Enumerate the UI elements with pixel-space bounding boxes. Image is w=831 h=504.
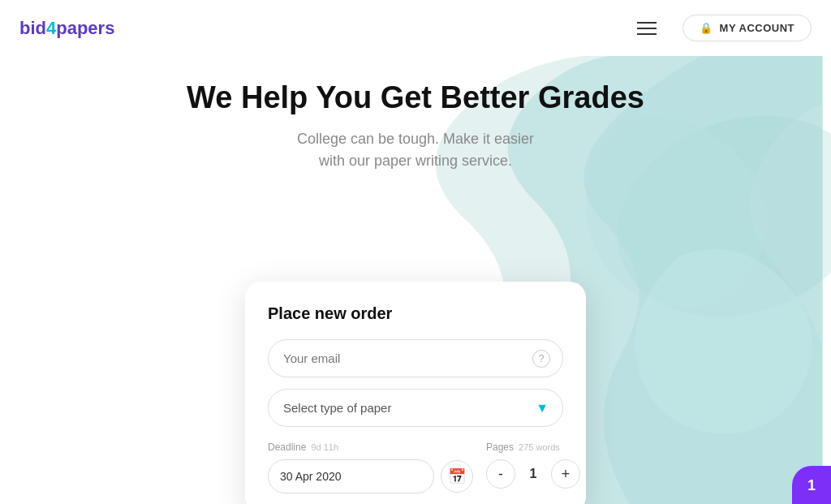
email-input[interactable] (268, 339, 563, 377)
purple-circle-badge[interactable]: 1 (792, 466, 831, 504)
my-account-button[interactable]: 🔒 MY ACCOUNT (682, 15, 812, 41)
pages-label-text: Pages (486, 442, 514, 453)
logo-papers: papers (56, 18, 114, 39)
paper-type-wrapper: Select type of paper Essay Research Pape… (268, 389, 563, 427)
email-input-wrapper: ? (268, 339, 563, 377)
pages-minus-button[interactable]: - (486, 459, 515, 489)
pages-label: Pages 275 words (486, 442, 580, 453)
hero-section: We Help You Get Better Grades College ca… (0, 56, 831, 504)
hamburger-line-3 (637, 33, 657, 35)
lock-icon: 🔒 (700, 22, 713, 34)
deadline-label-text: Deadline (268, 442, 306, 453)
hamburger-menu[interactable] (637, 22, 657, 35)
logo-bid: bid (19, 18, 46, 39)
deadline-input-row: 📅 (268, 459, 473, 493)
deadline-time-hint: 9d 11h (311, 442, 338, 452)
deadline-section: Deadline 9d 11h 📅 (268, 442, 473, 493)
words-hint: 275 words (519, 442, 560, 452)
help-icon-label: ? (539, 353, 545, 364)
header: bid 4 papers 🔒 MY ACCOUNT (0, 0, 831, 56)
pages-plus-button[interactable]: + (551, 459, 580, 489)
pages-count-value: 1 (523, 467, 543, 481)
minus-icon: - (498, 466, 503, 483)
deadline-pages-row: Deadline 9d 11h 📅 Pages 275 words (268, 442, 563, 493)
hero-content: We Help You Get Better Grades College ca… (0, 80, 831, 172)
hero-subtitle-line1: College can be tough. Make it easier (297, 131, 534, 147)
help-icon[interactable]: ? (532, 350, 550, 368)
order-card: Place new order ? Select type of paper E… (245, 282, 586, 504)
calendar-icon: 📅 (448, 467, 466, 485)
hero-subtitle: College can be tough. Make it easier wit… (0, 128, 831, 172)
hamburger-line-1 (637, 22, 657, 24)
hero-title: We Help You Get Better Grades (0, 80, 831, 115)
header-right: 🔒 MY ACCOUNT (637, 15, 812, 41)
plus-icon: + (562, 466, 571, 483)
pages-section: Pages 275 words - 1 + (486, 442, 580, 489)
logo[interactable]: bid 4 papers (19, 18, 114, 39)
pages-counter: - 1 + (486, 459, 580, 489)
purple-circle-value: 1 (807, 477, 816, 494)
hamburger-line-2 (637, 28, 657, 29)
deadline-label: Deadline 9d 11h (268, 442, 473, 453)
my-account-label: MY ACCOUNT (720, 22, 794, 34)
logo-4: 4 (46, 18, 56, 39)
order-card-title: Place new order (268, 304, 563, 323)
hero-subtitle-line2: with our paper writing service. (319, 153, 512, 169)
deadline-input[interactable] (268, 459, 434, 493)
paper-type-select[interactable]: Select type of paper Essay Research Pape… (268, 389, 563, 427)
calendar-button[interactable]: 📅 (441, 460, 473, 493)
